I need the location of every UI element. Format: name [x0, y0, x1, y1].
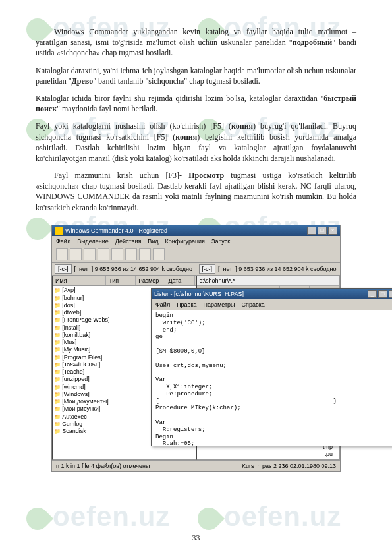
menu-item[interactable]: Вид — [148, 237, 158, 245]
app-menubar: Файл Выделение Действия Вид Конфигурация… — [52, 236, 340, 247]
col-name[interactable]: Имя — [53, 276, 106, 285]
app-title: Windows Commander 4.0 - Registered — [65, 227, 167, 235]
paragraph-3: Kataloglar ichida biror faylni shu rejim… — [36, 93, 356, 114]
paragraph-4: Fayl yoki kataloglarni nushasini olish (… — [36, 121, 356, 163]
lister-close[interactable]: × — [389, 290, 392, 298]
col-size[interactable]: Размер — [136, 276, 165, 285]
lister-titlebar[interactable]: Lister - [c:\shohnur\KURS_H.PAS] _ □ × — [152, 289, 392, 299]
paragraph-1: Windows Commander yuklangandan keyin kat… — [36, 26, 356, 59]
col-type[interactable]: Тип — [106, 276, 136, 285]
app-titlebar[interactable]: Windows Commander 4.0 - Registered _ □ × — [52, 225, 340, 236]
status-right: Kurs_h pas 2 236 02.01.1980 09:13 — [242, 462, 336, 470]
lister-body[interactable]: begin write('CC'); end; ge {$M $8000,0,0… — [152, 310, 392, 446]
list-item[interactable]: tpu — [200, 451, 337, 459]
paragraph-2: Kataloglar daraxtini, ya'ni ichma-ich jo… — [36, 65, 356, 86]
app-icon — [55, 227, 63, 235]
col-date[interactable]: Дата — [165, 276, 195, 285]
paragraph-5: Fayl mazmunini krish uchun [F3]- Просмот… — [36, 170, 356, 213]
app-screenshot: Windows Commander 4.0 - Registered _ □ ×… — [51, 225, 341, 473]
status-bar: n 1 k in 1 file 4 файл(ов) отмечены Kurs… — [52, 460, 340, 471]
menu-item[interactable]: Правка — [177, 301, 196, 308]
minimize-button[interactable]: _ — [307, 227, 316, 235]
lister-minimize[interactable]: _ — [368, 290, 377, 298]
menu-item[interactable]: Справка — [242, 301, 265, 308]
lister-menu: Файл Правка Параметры Справка — [152, 299, 392, 310]
menu-item[interactable]: Конфигурация — [165, 237, 205, 245]
menu-item[interactable]: Выделение — [77, 237, 109, 245]
menu-item[interactable]: Файл — [56, 237, 70, 245]
toolbar-button[interactable] — [70, 248, 82, 260]
lister-maximize[interactable]: □ — [378, 290, 387, 298]
app-toolbar — [52, 247, 340, 263]
toolbar-button[interactable] — [98, 248, 109, 260]
drive-info-left: [_нет_] 9 653 936 из 14 652 904 k свобод… — [74, 265, 192, 273]
lister-title: Lister - [c:\shohnur\KURS_H.PAS] — [154, 290, 244, 298]
document-body: Windows Commander yuklangandan keyin kat… — [0, 0, 392, 472]
toolbar-button[interactable] — [84, 248, 96, 260]
toolbar-button[interactable] — [111, 248, 123, 260]
menu-item[interactable]: Действия — [115, 237, 141, 245]
page-number: 33 — [0, 533, 392, 543]
drive-selector-left[interactable]: [-c-] — [55, 264, 72, 274]
drive-info-right: [_нет_] 9 653 936 из 14 652 904 k свобод… — [218, 265, 336, 273]
toolbar-button[interactable] — [125, 248, 137, 260]
menu-item[interactable]: Файл — [155, 301, 170, 308]
list-item[interactable]: tpu — [200, 459, 337, 460]
close-button[interactable]: × — [328, 227, 337, 235]
drive-selector-right[interactable]: [-c-] — [199, 264, 216, 274]
maximize-button[interactable]: □ — [318, 227, 327, 235]
toolbar-button[interactable] — [153, 248, 165, 260]
menu-item[interactable]: Запуск — [211, 237, 230, 245]
toolbar-button[interactable] — [139, 248, 151, 260]
lister-window[interactable]: Lister - [c:\shohnur\KURS_H.PAS] _ □ × Ф… — [151, 288, 392, 446]
right-path[interactable]: c:\shohnur\*.* — [197, 276, 340, 286]
menu-item[interactable]: Параметры — [204, 301, 235, 308]
toolbar-button[interactable] — [56, 248, 68, 260]
status-left: n 1 k in 1 file 4 файл(ов) отмечены — [56, 462, 150, 470]
